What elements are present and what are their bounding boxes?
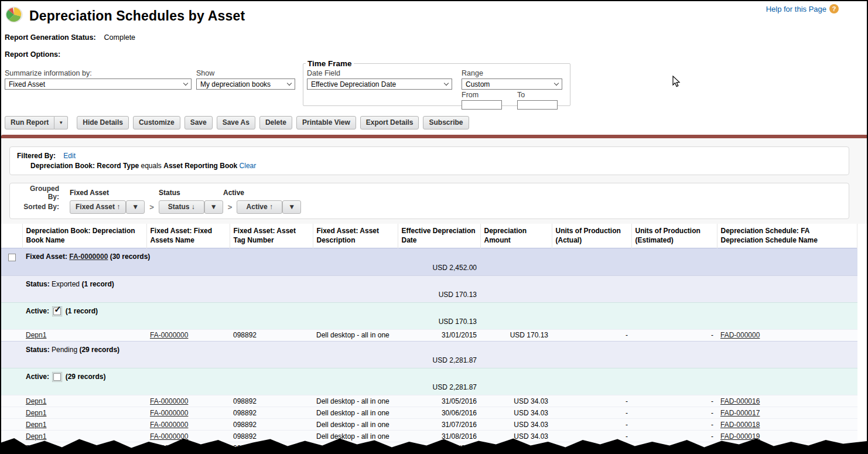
book-link[interactable]: Depn1 xyxy=(26,421,46,429)
table-row: Depn1 FA-0000000 098892 Dell desktop - a… xyxy=(1,395,857,407)
column-header-uop-actual[interactable]: Units of Production (Actual) xyxy=(552,224,631,248)
column-header-tag-number[interactable]: Fixed Asset: Asset Tag Number xyxy=(230,224,313,248)
column-header-effective-date[interactable]: Effective Depreciation Date xyxy=(398,224,480,248)
table-row: Depn1 FA-0000000 098892 Dell desktop - a… xyxy=(1,329,857,341)
column-header-uop-estimated[interactable]: Units of Production (Estimated) xyxy=(631,224,717,248)
schedule-link[interactable]: FAD-000018 xyxy=(720,421,760,429)
mouse-cursor xyxy=(672,76,681,90)
grouped-by-label: Grouped By: xyxy=(17,185,59,201)
filter-field: Depreciation Book: Record Type xyxy=(30,162,139,170)
group-subtotal-row: USD 170.13 xyxy=(1,289,857,303)
sort-field: Fixed Asset xyxy=(76,203,115,211)
book-link[interactable]: Depn1 xyxy=(26,331,46,339)
help-icon[interactable]: ? xyxy=(829,4,839,13)
save-button[interactable]: Save xyxy=(184,116,213,129)
asset-description: Dell desktop - all in one xyxy=(313,419,398,431)
book-link[interactable]: Depn1 xyxy=(26,432,46,441)
uop-actual: - xyxy=(552,329,631,341)
active-checkbox-checked[interactable]: ✓ xyxy=(53,308,61,315)
group-count: (1 record) xyxy=(66,307,98,315)
summarize-select[interactable]: Fixed Asset xyxy=(5,78,192,90)
sort-button-active[interactable]: Active ↑ xyxy=(237,200,282,214)
time-frame-fieldset: Time Frame Date Field Effective Deprecia… xyxy=(303,59,570,106)
effective-date: 30/06/2016 xyxy=(398,407,480,419)
group-label: Status: xyxy=(26,346,50,354)
export-details-button[interactable]: Export Details xyxy=(360,116,419,129)
column-header-assets-name[interactable]: Fixed Asset: Fixed Assets Name xyxy=(146,224,230,248)
column-header-amount[interactable]: Depreciation Amount xyxy=(480,224,552,248)
help-link[interactable]: Help for this Page xyxy=(766,5,826,13)
asset-link[interactable]: FA-0000000 xyxy=(150,331,188,339)
help-for-this-page[interactable]: Help for this Page ? xyxy=(766,4,839,13)
asset-link[interactable]: FA-0000000 xyxy=(150,409,188,417)
uop-estimated: - xyxy=(631,407,717,419)
tag-number: 098892 xyxy=(230,419,313,431)
sort-button-fixed-asset[interactable]: Fixed Asset ↑ xyxy=(70,200,126,214)
fixed-asset-link[interactable]: FA-0000000 xyxy=(69,252,108,261)
save-as-button[interactable]: Save As xyxy=(217,116,255,129)
date-field-select[interactable]: Effective Depreciation Date xyxy=(307,78,452,90)
to-date-input[interactable] xyxy=(517,100,558,110)
sorted-by-label: Sorted By: xyxy=(17,203,59,211)
schedule-link[interactable]: FAD-000019 xyxy=(720,432,760,441)
group-subtotal-amount: USD 2,452.00 xyxy=(1,262,480,276)
chevron-down-icon xyxy=(444,81,449,86)
filter-edit-link[interactable]: Edit xyxy=(63,152,76,160)
sort-button-status[interactable]: Status ↓ xyxy=(159,200,204,214)
column-header-book-name[interactable]: Depreciation Book: Depreciation Book Nam… xyxy=(22,224,146,248)
sort-desc-icon: ↓ xyxy=(192,203,195,211)
group-count: (30 records) xyxy=(110,252,151,261)
page-header: Depreciation Schedules by Asset xyxy=(5,6,245,26)
column-header-description[interactable]: Fixed Asset: Asset Description xyxy=(313,224,398,248)
hide-details-button[interactable]: Hide Details xyxy=(77,116,129,129)
group-value: Exported xyxy=(52,280,80,288)
tag-number: 098892 xyxy=(230,407,313,419)
grouped-by-box: Grouped By: Fixed Asset Status Active So… xyxy=(9,183,849,219)
sort-dropdown-arrow-icon[interactable]: ▼ xyxy=(204,200,223,214)
book-link[interactable]: Depn1 xyxy=(26,409,46,417)
show-select[interactable]: My depreciation books xyxy=(196,78,295,90)
table-row: Depn1 FA-0000000 098892 Dell desktop - a… xyxy=(1,419,857,431)
uop-estimated: - xyxy=(631,329,717,341)
group-row-status-exported: Status: Exported (1 record) xyxy=(1,275,857,289)
range-label: Range xyxy=(462,69,562,77)
filter-value: Asset Reporting Book xyxy=(163,162,237,170)
sort-field: Status xyxy=(168,203,190,211)
run-report-dropdown-arrow-icon[interactable]: ▼ xyxy=(54,116,68,129)
column-header-schedule-name[interactable]: Depreciation Schedule: FA Depreciation S… xyxy=(717,224,857,248)
customize-button[interactable]: Customize xyxy=(133,116,180,129)
from-date-input[interactable] xyxy=(462,100,502,110)
run-report-button[interactable]: Run Report xyxy=(5,116,54,129)
effective-date: 31/07/2016 xyxy=(398,419,480,431)
range-select[interactable]: Custom xyxy=(462,78,562,90)
report-icon xyxy=(5,6,23,26)
asset-link[interactable]: FA-0000000 xyxy=(150,421,188,429)
summarize-value: Fixed Asset xyxy=(9,80,45,88)
group-subtotal-amount: USD 2,281.87 xyxy=(1,355,480,368)
active-checkbox-unchecked[interactable] xyxy=(53,373,61,381)
tag-number: 098892 xyxy=(230,395,313,407)
delete-button[interactable]: Delete xyxy=(259,116,292,129)
range-value: Custom xyxy=(466,80,490,88)
table-header-row: Depreciation Book: Depreciation Book Nam… xyxy=(1,224,857,248)
book-link[interactable]: Depn1 xyxy=(26,397,46,405)
asset-link[interactable]: FA-0000000 xyxy=(150,397,188,405)
schedule-link[interactable]: FAD-000000 xyxy=(720,331,760,339)
group-count: (1 record) xyxy=(81,280,114,288)
filter-clear-link[interactable]: Clear xyxy=(240,162,257,170)
group-label: Status: xyxy=(26,280,50,288)
depreciation-amount: USD 170.13 xyxy=(480,329,552,341)
subscribe-button[interactable]: Subscribe xyxy=(423,116,469,129)
group-subtotal-amount: USD 2,281.87 xyxy=(1,382,480,395)
schedule-link[interactable]: FAD-000016 xyxy=(720,397,760,405)
group-row-fixed-asset: Fixed Asset: FA-0000000 (30 records) xyxy=(1,248,857,262)
status-value: Complete xyxy=(104,33,136,42)
schedule-link[interactable]: FAD-000017 xyxy=(720,409,760,417)
group-checkbox[interactable] xyxy=(8,254,16,261)
effective-date: 31/05/2016 xyxy=(398,395,480,407)
group-row-active-checked: Active: ✓ (1 record) xyxy=(1,302,857,316)
depreciation-amount: USD 34.03 xyxy=(480,419,552,431)
printable-view-button[interactable]: Printable View xyxy=(296,116,356,129)
sort-dropdown-arrow-icon[interactable]: ▼ xyxy=(282,200,301,214)
sort-dropdown-arrow-icon[interactable]: ▼ xyxy=(126,200,145,214)
